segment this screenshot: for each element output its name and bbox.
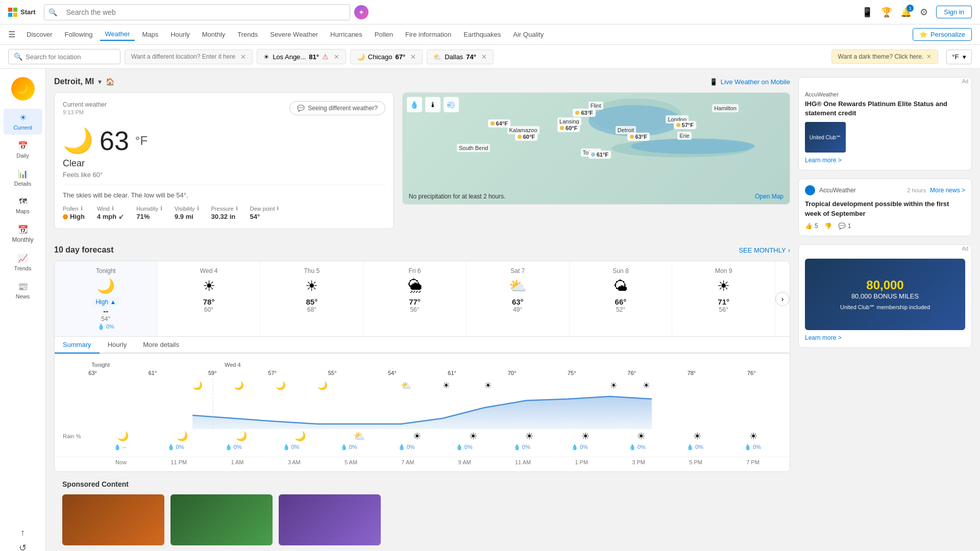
sponsored-item-1[interactable] — [62, 494, 164, 545]
nav-earthquakes[interactable]: Earthquakes — [458, 29, 506, 40]
nav-following[interactable]: Following — [60, 29, 98, 40]
personalize-button[interactable]: ⭐ Personalize — [913, 28, 972, 41]
forecast-tab-hourly[interactable]: Hourly — [100, 337, 135, 354]
ad-cta-miles[interactable]: Learn more > — [805, 334, 965, 341]
nav-discover[interactable]: Discover — [21, 29, 58, 40]
forecast-day-sat7[interactable]: Sat 7 ⛅ 63° 49° — [467, 261, 570, 336]
location-chip-chicago[interactable]: 🌙 Chicago 67° ✕ — [350, 49, 423, 64]
sign-in-button[interactable]: Sign in — [936, 6, 972, 18]
web-search-bar[interactable]: 🔍 — [44, 4, 350, 20]
nav-maps[interactable]: Maps — [137, 29, 163, 40]
news-more-button[interactable]: More news > — [930, 187, 965, 194]
ad-card-text: United Club℠ — [810, 135, 841, 140]
location-chip-dallas[interactable]: ⛅ Dallas 74° ✕ — [427, 49, 494, 64]
wind-info-icon[interactable]: ℹ — [112, 205, 114, 212]
forecast-day-thu5[interactable]: Thu 5 ☀ 85° 68° — [260, 261, 363, 336]
map-temperature-btn[interactable]: 🌡 — [425, 97, 440, 112]
hamburger-icon[interactable]: ☰ — [8, 30, 15, 39]
sidebar-item-news[interactable]: 📰 News — [4, 278, 42, 304]
dark-theme-close-icon[interactable]: ✕ — [926, 53, 932, 60]
add-location-close-icon[interactable]: ✕ — [240, 53, 246, 61]
nav-pollen[interactable]: Pollen — [370, 29, 398, 40]
location-search-input[interactable] — [26, 53, 115, 61]
nav-severe-weather[interactable]: Severe Weather — [265, 29, 323, 40]
refresh-icon[interactable]: ↺ — [19, 542, 27, 551]
sidebar-item-trends[interactable]: 📈 Trends — [4, 249, 42, 276]
forecast-day-wed4[interactable]: Wed 4 ☀ 78° 60° — [158, 261, 261, 336]
location-close-dallas[interactable]: ✕ — [481, 53, 487, 61]
forecast-scroll-button[interactable]: › — [775, 292, 790, 306]
content-right: Ad AccuWeather IHG® One Rewards Platinum… — [798, 77, 972, 551]
phone-icon[interactable]: 📱 — [862, 7, 873, 18]
visibility-info-icon[interactable]: ℹ — [197, 205, 199, 212]
feels-like-value: 60° — [93, 171, 103, 179]
pressure-info-icon[interactable]: ℹ — [236, 205, 238, 212]
settings-icon[interactable]: ⚙ — [920, 7, 928, 18]
forecast-day-name-2: Thu 5 — [264, 267, 359, 274]
map-wind-btn[interactable]: 💨 — [444, 97, 459, 112]
humidity-info-icon[interactable]: ℹ — [160, 205, 162, 212]
forecast-day-name-5: Sun 8 — [574, 267, 668, 274]
map-precipitation-btn[interactable]: 💧 — [407, 97, 422, 112]
ad-cta-ihg[interactable]: Learn more > — [805, 157, 965, 164]
web-search-input[interactable] — [61, 8, 350, 16]
sidebar-item-current[interactable]: ☀ Current — [4, 109, 42, 135]
location-close-la[interactable]: ✕ — [334, 53, 339, 61]
forecast-tab-more-details[interactable]: More details — [135, 337, 187, 354]
dark-theme-notice[interactable]: Want a dark theme? Click here. ✕ — [831, 49, 939, 64]
news-source-row: AccuWeather 2 hours More news > — [805, 185, 965, 195]
nav-hurricanes[interactable]: Hurricanes — [325, 29, 368, 40]
dew-point-info-icon[interactable]: ℹ — [277, 205, 279, 212]
sidebar-item-maps[interactable]: 🗺 Maps — [4, 193, 42, 218]
seeing-different-button[interactable]: 💬 Seeing different weather? — [289, 101, 385, 115]
scroll-up-icon[interactable]: ↑ — [20, 528, 25, 538]
forecast-day-mon9[interactable]: Mon 9 ☀ 71° 56° — [672, 261, 775, 336]
news-dislike-button[interactable]: 👎 — [824, 222, 832, 230]
nav-menu: ☰ Discover Following Weather Maps Hourly… — [0, 24, 980, 45]
live-weather-button[interactable]: 📱 Live Weather on Mobile — [709, 78, 790, 86]
sidebar-item-monthly[interactable]: 📆 Monthly — [4, 220, 42, 247]
news-like-button[interactable]: 👍 5 — [805, 222, 818, 230]
forecast-day-tonight[interactable]: Tonight 🌙 High ▲ -- 54° 💧 0% — [55, 261, 158, 336]
see-monthly-button[interactable]: SEE MONTHLY › — [739, 246, 790, 254]
chart-temp-4: 55° — [328, 370, 337, 376]
temp-unit-selector[interactable]: °F ▾ — [946, 49, 972, 64]
forecast-day-fri6[interactable]: Fri 6 🌦 77° 56° — [363, 261, 467, 336]
chart-area-fill — [192, 396, 652, 429]
news-comment-button[interactable]: 💬 1 — [838, 222, 851, 230]
time-4: 5 AM — [345, 459, 357, 465]
location-chevron-icon[interactable]: ▾ — [98, 78, 102, 86]
forecast-day-sun8[interactable]: Sun 8 🌤 66° 52° — [570, 261, 673, 336]
location-search[interactable]: 🔍 — [8, 49, 120, 64]
nav-hourly[interactable]: Hourly — [165, 29, 195, 40]
chart-container: Tonight Wed 4 63° 61° 59° 57° 55° 5 — [55, 354, 790, 457]
add-location-chip[interactable]: Want a different location? Enter it here… — [125, 49, 253, 64]
rewards-icon[interactable]: 🏆 — [881, 7, 892, 18]
forecast-day-icon-4: ⛅ — [471, 278, 565, 294]
copilot-icon[interactable]: ✦ — [354, 5, 369, 19]
ms-start-logo[interactable]: Start — [8, 8, 36, 17]
sidebar-item-details[interactable]: 📊 Details — [4, 165, 42, 191]
time-label-spacer — [63, 459, 93, 465]
sponsored-item-3[interactable] — [279, 494, 381, 545]
sidebar-item-daily[interactable]: 📅 Daily — [4, 137, 42, 163]
dew-point-label: Dew point ℹ — [250, 205, 279, 212]
sponsored-item-2[interactable] — [170, 494, 273, 545]
map-open-link[interactable]: Open Map — [755, 193, 783, 200]
nav-weather[interactable]: Weather — [100, 28, 135, 41]
nav-monthly[interactable]: Monthly — [197, 29, 231, 40]
nav-fire-information[interactable]: Fire information — [400, 29, 456, 40]
see-monthly-arrow-icon: › — [788, 246, 790, 254]
thumbs-down-icon: 👎 — [824, 222, 832, 230]
location-close-chicago[interactable]: ✕ — [410, 53, 416, 61]
pollen-info-icon[interactable]: ℹ — [81, 205, 83, 212]
notifications-icon[interactable]: 🔔 1 — [900, 7, 912, 18]
nav-air-quality[interactable]: Air Quality — [508, 29, 549, 40]
city-hamilton: Hamilton — [712, 104, 738, 112]
forecast-tab-summary[interactable]: Summary — [55, 337, 100, 354]
pressure-label: Pressure ℹ — [211, 205, 238, 212]
temp-detroit: 63°F — [627, 133, 650, 141]
nav-trends[interactable]: Trends — [232, 29, 263, 40]
location-chip-losangeles[interactable]: ☀ Los Ange... 81° ⚠ ✕ — [257, 49, 346, 64]
home-icon[interactable]: 🏠 — [106, 78, 114, 86]
